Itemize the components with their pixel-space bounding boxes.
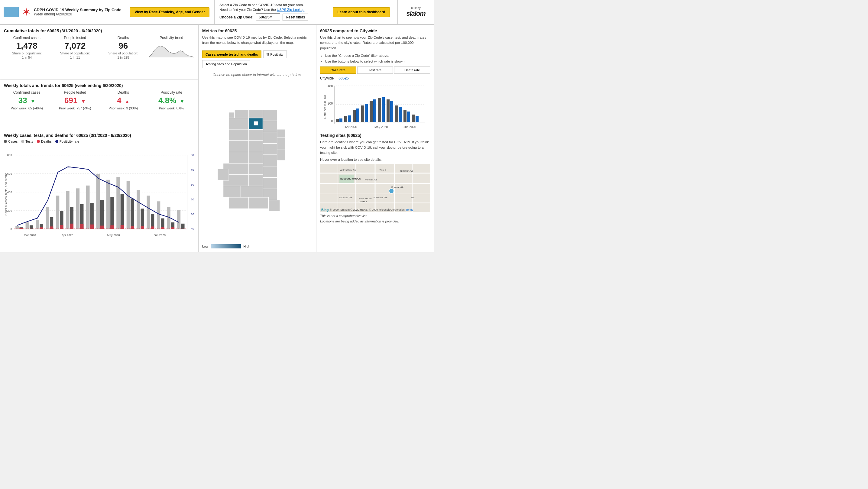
weekly-panel: Weekly totals and trends for 60625 (week… xyxy=(0,79,198,129)
svg-marker-13 xyxy=(229,152,249,163)
deaths-legend-label: Deaths xyxy=(41,140,52,143)
svg-rect-133 xyxy=(110,197,114,229)
weekly-positivity: Positivity rate 4.8% ▼ Prior week: 8.6% xyxy=(149,90,195,110)
cumulative-panel: Cumulative totals for 60625 (3/1/2020 - … xyxy=(0,25,198,79)
svg-rect-49 xyxy=(365,104,368,122)
svg-rect-48 xyxy=(361,105,364,122)
map-btn-positivity[interactable]: % Positivity xyxy=(263,51,287,58)
svg-rect-123 xyxy=(76,189,80,230)
svg-marker-11 xyxy=(249,141,263,152)
svg-marker-22 xyxy=(223,186,240,197)
svg-rect-120 xyxy=(66,191,69,229)
usps-link[interactable]: USPS Zip Lookup xyxy=(277,8,304,11)
svg-rect-58 xyxy=(403,110,406,122)
svg-rect-153 xyxy=(177,210,180,229)
confirmed-cases-sub2: 1 in 54 xyxy=(4,56,50,59)
people-tested-label: People tested xyxy=(52,36,98,40)
svg-rect-135 xyxy=(116,177,120,229)
weekly-title: Weekly totals and trends for 60625 (week… xyxy=(4,83,194,88)
terms-link[interactable]: Terms xyxy=(406,208,413,211)
map-btn-cases[interactable]: Cases, people tested, and deaths xyxy=(202,51,261,58)
learn-dashboard-btn[interactable]: Learn about this dashboard xyxy=(333,7,390,17)
svg-rect-57 xyxy=(399,107,402,122)
map-title: Metrics for 60625 xyxy=(202,28,312,33)
learn-section: Learn about this dashboard xyxy=(325,0,398,24)
svg-marker-9 xyxy=(263,132,277,144)
citywide-label: Citywide xyxy=(320,76,334,81)
svg-rect-144 xyxy=(147,195,150,229)
zip-row: Choose a Zip Code: 60625 ▼ Reset filters xyxy=(219,13,320,21)
svg-text:N Damen Ave: N Damen Ave xyxy=(400,170,413,172)
svg-marker-14 xyxy=(249,152,263,163)
svg-rect-114 xyxy=(45,207,49,230)
svg-rect-42 xyxy=(336,119,339,122)
svg-text:0%: 0% xyxy=(191,227,194,231)
svg-rect-54 xyxy=(386,99,390,122)
citywide-legend: Citywide 60625 xyxy=(320,76,430,81)
cdph-star: ✶ xyxy=(22,7,31,18)
svg-text:N Kimball Ave: N Kimball Ave xyxy=(339,196,352,198)
svg-text:May 2020: May 2020 xyxy=(107,233,120,237)
death-rate-btn[interactable]: Death rate xyxy=(394,66,430,74)
testing-map-svg: W Bryn Mawr Ave West E N Damen Ave BUDLO… xyxy=(320,164,430,212)
map-btn-testing[interactable]: Testing sites and Population xyxy=(202,60,250,68)
svg-text:Positivity rate: Positivity rate xyxy=(194,186,194,203)
tests-dot xyxy=(21,140,24,143)
main-chart-svg: 800 600 400 200 0 Count of cases, tests,… xyxy=(4,146,194,248)
positivity-sparkline xyxy=(149,41,195,59)
cumulative-title: Cumulative totals for 60625 (3/1/2020 - … xyxy=(4,28,194,33)
svg-marker-29 xyxy=(277,129,286,138)
chart-legend: Cases Tests Deaths Positivity rate xyxy=(4,140,194,143)
map-container xyxy=(202,80,312,242)
svg-text:Gardens: Gardens xyxy=(359,200,368,203)
top-bar: ✶ CDPH COVID-19 Weekly Summary by Zip Co… xyxy=(0,0,434,24)
svg-marker-30 xyxy=(277,138,286,149)
svg-rect-126 xyxy=(86,186,89,229)
week-ending: Week ending 6/20/2020 xyxy=(34,12,121,16)
svg-rect-139 xyxy=(130,198,134,229)
cdph-flag xyxy=(4,7,19,17)
weekly-positivity-value: 4.8% ▼ xyxy=(149,96,195,105)
cases-legend-label: Cases xyxy=(8,140,18,143)
svg-rect-138 xyxy=(127,181,130,229)
chart-panel: Weekly cases, tests, and deaths for 6062… xyxy=(0,129,198,252)
weekly-deaths-value: 4 ▲ xyxy=(100,96,146,105)
svg-text:BUDLONG WOODS: BUDLONG WOODS xyxy=(340,177,361,180)
svg-rect-59 xyxy=(407,112,410,122)
map-desc: Use this map to see COVID-19 metrics by … xyxy=(202,35,312,45)
legend-high: High xyxy=(243,245,250,248)
positivity-legend-label: Positivity rate xyxy=(60,140,79,143)
testing-desc: Here are locations where you can get tes… xyxy=(320,140,430,155)
weekly-people-tested: People tested 691 ▼ Prior week: 757 (-9%… xyxy=(52,90,98,110)
svg-text:Jun 2020: Jun 2020 xyxy=(403,125,416,129)
zip-dropdown[interactable]: 60625 ▼ xyxy=(256,13,280,21)
weekly-metrics: Confirmed cases 33 ▼ Prior week: 65 (-49… xyxy=(4,90,194,110)
case-rate-btn[interactable]: Case rate xyxy=(320,66,356,74)
testing-note-1: This is not a comprehensive list. xyxy=(320,214,430,218)
legend-tests: Tests xyxy=(21,140,33,143)
svg-marker-20 xyxy=(249,175,263,186)
reset-filters-btn[interactable]: Reset filters xyxy=(283,13,308,21)
weekly-tested-label: People tested xyxy=(52,90,98,95)
test-rate-btn[interactable]: Test rate xyxy=(357,66,393,74)
testing-panel: Testing sites (60625) Here are locations… xyxy=(316,129,434,252)
deaths-sub1: Share of population: xyxy=(100,51,146,55)
weekly-cases-arrow: ▼ xyxy=(31,99,35,104)
map-panel: Metrics for 60625 Use this map to see CO… xyxy=(198,25,316,252)
legend-positivity: Positivity rate xyxy=(55,140,79,143)
positivity-dot xyxy=(55,140,58,143)
svg-text:W Bryn Mawr Ave: W Bryn Mawr Ave xyxy=(340,169,356,171)
comparison-bullet-2: Use the buttons below to select which ra… xyxy=(325,59,430,64)
svg-rect-60 xyxy=(412,115,415,122)
view-by-race-btn[interactable]: View by Race-Ethnicity, Age, and Gender xyxy=(130,7,210,17)
svg-rect-117 xyxy=(56,195,59,229)
svg-marker-27 xyxy=(269,201,280,212)
svg-rect-149 xyxy=(161,227,164,230)
svg-rect-43 xyxy=(339,119,342,122)
svg-text:Mar 2020: Mar 2020 xyxy=(24,233,36,237)
svg-rect-116 xyxy=(50,227,53,230)
svg-text:Count of cases, tests, and dea: Count of cases, tests, and deaths xyxy=(4,173,7,216)
svg-marker-15 xyxy=(263,155,277,166)
weekly-positivity-sub: Prior week: 8.6% xyxy=(149,106,195,110)
metric-deaths: Deaths 96 Share of population: 1 in 825 xyxy=(100,36,146,60)
